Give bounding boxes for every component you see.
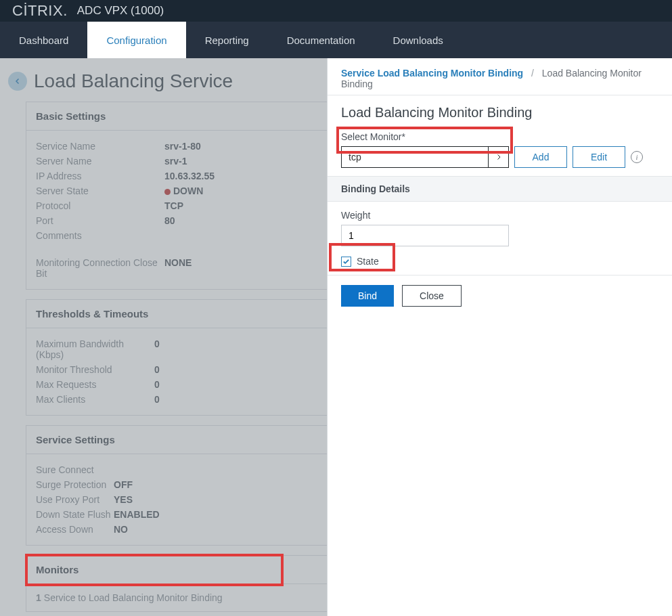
state-label: State <box>357 256 379 267</box>
crumb-parent[interactable]: Service Load Balancing Monitor Binding <box>341 68 523 79</box>
add-button[interactable]: Add <box>514 146 567 168</box>
modal-backdrop <box>0 58 327 616</box>
brand-bar: CİTRIX. ADC VPX (1000) <box>0 0 672 22</box>
state-checkbox-row: State <box>341 256 658 267</box>
select-monitor-dropdown-button[interactable] <box>488 147 508 167</box>
breadcrumb: Service Load Balancing Monitor Binding /… <box>328 58 672 95</box>
info-icon[interactable]: i <box>631 151 643 163</box>
logo-part-c: X <box>53 2 63 19</box>
select-monitor-section: Select Monitor* Add Edit i <box>328 131 672 176</box>
check-icon <box>342 258 350 265</box>
bind-button[interactable]: Bind <box>341 285 394 307</box>
main-nav: Dashboard Configuration Reporting Docume… <box>0 22 672 58</box>
select-monitor-input[interactable] <box>342 152 488 162</box>
tab-dashboard[interactable]: Dashboard <box>0 22 87 58</box>
side-panel-title: Load Balancing Monitor Binding <box>328 95 672 131</box>
tab-documentation[interactable]: Documentation <box>268 22 374 58</box>
edit-button[interactable]: Edit <box>573 146 625 168</box>
tab-reporting[interactable]: Reporting <box>186 22 268 58</box>
citrix-logo: CİTRIX. <box>12 2 68 20</box>
select-monitor-combobox[interactable] <box>341 146 509 168</box>
weight-label: Weight <box>341 210 658 221</box>
logo-part-b: I <box>48 2 53 19</box>
binding-details-header: Binding Details <box>328 176 672 202</box>
side-panel: Service Load Balancing Monitor Binding /… <box>327 58 672 616</box>
select-monitor-label: Select Monitor* <box>341 131 658 142</box>
select-monitor-row: Add Edit i <box>341 146 658 168</box>
weight-input[interactable] <box>341 225 509 246</box>
chevron-right-icon <box>495 153 503 161</box>
tab-configuration[interactable]: Configuration <box>87 22 185 58</box>
close-button[interactable]: Close <box>402 285 462 307</box>
product-name: ADC VPX (1000) <box>77 4 164 18</box>
binding-details-section: Weight State <box>328 202 672 275</box>
logo-part-a: CİTR <box>12 2 48 19</box>
side-panel-actions: Bind Close <box>328 275 672 316</box>
tab-downloads[interactable]: Downloads <box>374 22 462 58</box>
crumb-sep: / <box>526 68 539 79</box>
state-checkbox[interactable] <box>341 257 351 267</box>
